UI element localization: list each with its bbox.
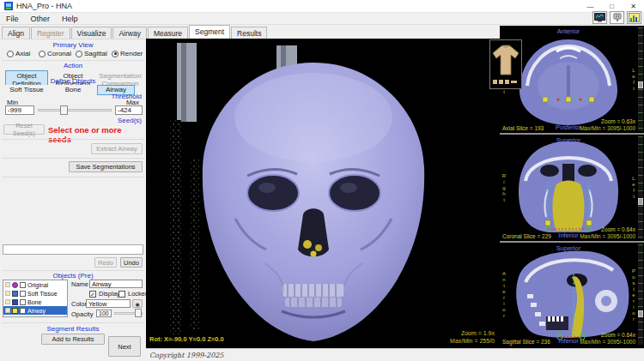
radio-coronal[interactable]: Coronal: [39, 50, 71, 57]
copyright-text: Copyright 1999-2025: [146, 352, 223, 359]
status-bar: Copyright 1999-2025: [146, 348, 644, 361]
tab-register[interactable]: Register: [31, 27, 70, 39]
sagittal-posterior-label: Posterior: [631, 268, 636, 322]
network-plug-icon[interactable]: [610, 11, 624, 24]
sagittal-maxmin-readout: Max/Min = 3095/-1000: [580, 339, 635, 345]
add-to-results-button[interactable]: Add to Results: [41, 334, 105, 345]
undo-button[interactable]: Undo: [120, 257, 143, 268]
object-soft-tissue-color-swatch: [12, 291, 18, 297]
app-icon: [4, 2, 13, 10]
window-title: HNA_Pro - HNA: [16, 2, 72, 10]
object-bone-color-swatch: [12, 299, 18, 305]
threshold-max-input[interactable]: -424: [115, 105, 143, 115]
display-checkbox[interactable]: ✓Display: [89, 290, 120, 298]
axial-left-label: Left: [631, 68, 636, 92]
color-picker-eye-icon[interactable]: ◉: [132, 299, 143, 308]
axial-slice-slider-handle[interactable]: [638, 81, 643, 88]
soft-tissue-button[interactable]: Soft Tissue: [5, 85, 48, 95]
opacity-label: Opacity: [71, 310, 93, 318]
render-zoom-readout: Zoom = 1.9x: [461, 330, 495, 336]
radio-render-dot: [112, 51, 118, 57]
radio-coronal-label: Coronal: [47, 50, 71, 57]
axial-zoom-readout: Zoom = 0.63x: [601, 118, 635, 124]
tab-align[interactable]: Align: [2, 27, 30, 39]
primary-view-header: Primary View: [0, 41, 146, 49]
save-segmentations-button[interactable]: Save Segmentations: [69, 161, 143, 172]
object-bone-mini-swatch: [5, 299, 10, 304]
seeds-header: Seed(s): [118, 117, 142, 124]
next-button[interactable]: Next: [108, 336, 141, 357]
coronal-slice-view[interactable]: Superior Right Left Coronal Slice = 229 …: [500, 135, 644, 243]
locked-checkbox-box: [118, 291, 125, 298]
radio-render[interactable]: Render: [112, 50, 143, 57]
threshold-slider[interactable]: [38, 105, 112, 115]
seed-list[interactable]: [3, 244, 143, 255]
orientation-thumbnail[interactable]: [489, 39, 522, 89]
object-airway-color-swatch: [12, 308, 18, 314]
tab-visualize[interactable]: Visualize: [71, 27, 112, 39]
reset-seeds-button[interactable]: Reset Seed(s): [3, 124, 45, 135]
object-soft-tissue-mini-swatch: [5, 291, 10, 296]
extract-airway-button[interactable]: Extract Airway: [91, 143, 143, 154]
name-input[interactable]: Airway: [89, 280, 143, 288]
threshold-min-input[interactable]: -999: [5, 105, 34, 115]
radio-axial[interactable]: Axial: [7, 50, 30, 57]
axial-slice-slider[interactable]: [638, 27, 643, 131]
menu-help[interactable]: Help: [56, 15, 84, 23]
object-soft-tissue-label: Soft Tissue: [27, 291, 58, 297]
monitor-icon[interactable]: [592, 11, 607, 24]
object-row-airway[interactable]: Airway: [3, 306, 67, 315]
radio-coronal-dot: [39, 51, 46, 57]
coronal-right-label: Right: [501, 173, 507, 203]
object-airway-label: Airway: [27, 308, 46, 314]
object-bone-label: Bone: [27, 299, 41, 305]
action-header: Action: [0, 62, 146, 69]
radio-render-label: Render: [120, 50, 143, 57]
coronal-zoom-readout: Zoom = 0.64x: [601, 226, 635, 232]
skull-3d-render: [146, 39, 500, 348]
bone-button[interactable]: Bone: [52, 85, 94, 95]
title-bar: HNA_Pro - HNA — □ ✕: [0, 0, 644, 13]
opacity-slider-thumb[interactable]: [135, 309, 142, 317]
object-original-checkbox[interactable]: [20, 282, 26, 288]
render-maxmin-readout: Max/Min = 255/0: [450, 338, 495, 344]
histogram-icon[interactable]: [627, 11, 641, 24]
segment-results-header: Segment Results: [0, 325, 146, 333]
object-airway-checkbox[interactable]: [20, 308, 26, 314]
menu-file[interactable]: File: [0, 15, 25, 23]
coronal-maxmin-readout: Max/Min = 3095/-1000: [580, 233, 635, 239]
application-window: HNA_Pro - HNA — □ ✕ File Other Help Alig…: [0, 0, 644, 361]
render-3d-viewport[interactable]: Rot: X=-90.0 Y=0.0 Z=0.0 Zoom = 1.9x Max…: [146, 39, 500, 348]
tab-segment[interactable]: Segment: [189, 25, 230, 39]
sagittal-slice-slider-handle[interactable]: [638, 310, 643, 317]
display-label: Display: [99, 290, 120, 298]
object-row-bone[interactable]: Bone: [3, 298, 67, 306]
tab-results[interactable]: Results: [231, 27, 267, 39]
threshold-slider-thumb[interactable]: [60, 105, 68, 115]
coronal-left-label: Left: [631, 176, 636, 200]
define-objects-header: Define Objects: [0, 77, 146, 85]
tab-airway[interactable]: Airway: [112, 27, 147, 39]
locked-checkbox[interactable]: Locked: [118, 290, 149, 298]
tab-measure[interactable]: Measure: [148, 27, 188, 39]
object-row-original[interactable]: Original: [3, 280, 67, 289]
orientation-torso-icon: [490, 40, 521, 88]
object-row-soft-tissue[interactable]: Soft Tissue: [3, 289, 67, 298]
object-original-color-swatch: [12, 282, 18, 288]
sagittal-superior-label: Superior: [500, 244, 637, 252]
coronal-slice-slider[interactable]: [638, 136, 643, 239]
object-bone-checkbox[interactable]: [20, 299, 26, 305]
object-original-label: Original: [27, 282, 48, 288]
sagittal-slice-view[interactable]: Superior Anterior Posterior Sagittal Sli…: [500, 243, 644, 346]
color-input[interactable]: Yellow: [86, 299, 131, 308]
opacity-value[interactable]: 100: [96, 310, 112, 317]
redo-button[interactable]: Redo: [94, 257, 117, 268]
coronal-slice-slider-handle[interactable]: [638, 198, 643, 205]
coronal-superior-label: Superior: [500, 136, 637, 144]
sagittal-slice-slider[interactable]: [638, 244, 643, 345]
toolbar: [592, 11, 641, 24]
menu-other[interactable]: Other: [25, 15, 57, 23]
object-soft-tissue-checkbox[interactable]: [20, 291, 26, 297]
radio-sagittal[interactable]: Sagittal: [76, 50, 107, 57]
opacity-slider[interactable]: [114, 309, 143, 317]
